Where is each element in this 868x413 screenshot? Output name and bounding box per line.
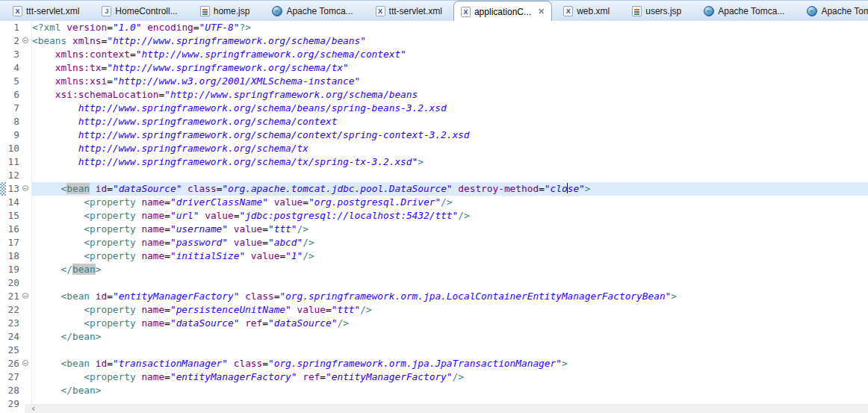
fold-ruler: [22, 330, 32, 344]
code-line[interactable]: 23 <property name="dataSource" ref="data…: [0, 317, 868, 330]
xml-punctuation: =: [164, 304, 170, 315]
tab-ttt-servlet-xml[interactable]: Xttt-servlet.xml: [365, 1, 453, 21]
scroll-left-arrow-icon[interactable]: ‹: [25, 405, 35, 412]
code-text: <bean id="dataSource" class="org.apache.…: [32, 182, 868, 196]
line-number: 12: [6, 169, 22, 182]
code-text: </bean>: [32, 384, 868, 397]
range-indicator: [0, 182, 6, 196]
fold-ruler: [22, 75, 32, 88]
xml-attribute-value: "http://www.springframework.org/schema/b…: [107, 35, 366, 46]
code-line[interactable]: 9 http://www.springframework.org/schema/…: [0, 128, 868, 142]
editor[interactable]: 1<?xml version="1.0" encoding="UTF-8"?>2…: [0, 21, 868, 413]
globe-file-icon: [272, 6, 282, 16]
code-line[interactable]: 22 <property name="persistenceUnitName" …: [0, 303, 868, 317]
xml-attribute: value: [205, 210, 234, 221]
code-line[interactable]: 2<beans xmlns="http://www.springframewor…: [0, 34, 868, 48]
code-line[interactable]: 24 </bean>: [0, 330, 868, 344]
code-line[interactable]: 17 <property name="password" value="abcd…: [0, 236, 868, 249]
code-line[interactable]: 25: [0, 344, 868, 357]
code-text: <?xml version="1.0" encoding="UTF-8"?>: [32, 21, 868, 34]
tab-apache-tomca[interactable]: Apache Tomca...: [692, 1, 796, 21]
xml-attribute-value: "org.apache.tomcat.jdbc.pool.DataSource": [222, 183, 452, 194]
fold-collapse-icon[interactable]: [22, 360, 28, 366]
annotation-ruler: [0, 303, 6, 317]
xml-tag: />: [360, 304, 371, 315]
code-text: http://www.springframework.org/schema/be…: [32, 102, 868, 115]
fold-ruler: [22, 303, 32, 317]
line-number: 7: [6, 102, 22, 115]
code-line[interactable]: 7 http://www.springframework.org/schema/…: [0, 102, 868, 115]
code-line[interactable]: 19 </bean>: [0, 263, 868, 276]
xml-attribute: xmlns:context: [55, 49, 130, 60]
code-line[interactable]: 21 <bean id="entityManagerFactory" class…: [0, 290, 868, 303]
java-file-icon: J: [102, 6, 111, 16]
tab-homecontroll[interactable]: JHomeControll...: [90, 1, 188, 21]
tab-applicationc[interactable]: XapplicationC...✕: [453, 1, 552, 22]
xml-tag: <property: [84, 223, 135, 235]
xml-punctuation: =: [320, 371, 326, 382]
code-line[interactable]: 3 xmlns:context="http://www.springframew…: [0, 48, 868, 61]
code-line[interactable]: 26 <bean id="transactionManager" class="…: [0, 357, 868, 370]
xml-tag: <property: [84, 250, 135, 261]
xml-attribute-value: "org.springframework.orm.jpa.LocalContai…: [279, 291, 671, 302]
xml-attribute: value: [274, 196, 303, 208]
code-line[interactable]: 12: [0, 169, 868, 182]
tab-apache-tomca[interactable]: Apache Tomca...: [261, 1, 364, 21]
code-line[interactable]: 6 xsi:schemaLocation="http://www.springf…: [0, 88, 868, 102]
tab-ttt-servlet-xml[interactable]: Xttt-servlet.xml: [1, 1, 90, 21]
xml-attribute-value: "http://www.springframework.org/schema/t…: [107, 62, 349, 73]
code-text: <beans xmlns="http://www.springframework…: [32, 34, 868, 48]
code-line[interactable]: 15 <property name="url" value="jdbc:post…: [0, 209, 868, 223]
xml-punctuation: =: [107, 75, 113, 87]
fold-collapse-icon[interactable]: [22, 185, 28, 191]
line-number: 6: [6, 88, 22, 102]
xml-punctuation: =: [262, 237, 268, 248]
code-line[interactable]: 14 <property name="driverClassName" valu…: [0, 196, 868, 209]
code-line[interactable]: 8 http://www.springframework.org/schema/…: [0, 115, 868, 128]
line-number: 10: [6, 142, 22, 155]
globe-file-icon: [704, 6, 714, 16]
xml-attribute: destroy-method: [458, 183, 539, 194]
code-line[interactable]: 1<?xml version="1.0" encoding="UTF-8"?>: [0, 21, 868, 34]
fold-collapse-icon[interactable]: [22, 293, 28, 299]
xml-tag: <beans: [32, 35, 66, 46]
whitespace: [268, 196, 274, 208]
code-line[interactable]: 11 http://www.springframework.org/schema…: [0, 155, 868, 169]
xml-attribute: id: [96, 183, 107, 194]
code-line[interactable]: 27 <property name="entityManagerFactory"…: [0, 370, 868, 384]
tab-apache-tomca[interactable]: Apache Tomca...: [796, 1, 868, 21]
code-line[interactable]: 10 http://www.springframework.org/schema…: [0, 142, 868, 155]
xml-file-icon: X: [461, 7, 471, 17]
tab-users-jsp[interactable]: users.jsp: [621, 1, 692, 21]
fold-collapse-icon[interactable]: [22, 37, 28, 43]
code-text: <property name="username" value="ttt"/>: [32, 223, 868, 236]
whitespace: [32, 358, 61, 369]
line-number: 22: [6, 303, 22, 317]
annotation-ruler: [0, 290, 6, 303]
code-line[interactable]: 20: [0, 276, 868, 290]
whitespace: [32, 196, 84, 208]
xml-attribute-value: "persistenceUnitName": [170, 304, 291, 315]
code-line[interactable]: 13 <bean id="dataSource" class="org.apac…: [0, 182, 868, 196]
fold-ruler: [22, 169, 32, 182]
xml-tag-occurrence: bean: [72, 264, 96, 275]
code-line[interactable]: 18 <property name="initialSize" value="1…: [0, 249, 868, 263]
code-line[interactable]: 28 </bean>: [0, 384, 868, 397]
close-icon[interactable]: ✕: [538, 7, 545, 16]
code-line[interactable]: 5 xmlns:xsi="http://www.w3.org/2001/XMLS…: [0, 75, 868, 88]
whitespace: [90, 183, 96, 194]
line-number: 29: [6, 397, 22, 411]
code-line[interactable]: 16 <property name="username" value="ttt"…: [0, 223, 868, 236]
annotation-ruler: [0, 21, 6, 34]
xml-attribute: name: [141, 237, 164, 248]
horizontal-scrollbar[interactable]: ‹: [25, 404, 868, 413]
annotation-ruler: [0, 48, 6, 61]
tab-home-jsp[interactable]: home.jsp: [189, 1, 261, 21]
tab-web-xml[interactable]: Xweb.xml: [552, 1, 621, 21]
xml-attribute: name: [141, 223, 164, 235]
xml-attribute-value: "1": [285, 250, 303, 261]
code-line[interactable]: 4 xmlns:tx="http://www.springframework.o…: [0, 61, 868, 75]
xml-attribute-value: se": [568, 183, 585, 194]
tab-label: ttt-servlet.xml: [389, 6, 442, 16]
xml-attribute-value: http://www.springframework.org/schema/tx…: [32, 156, 418, 167]
